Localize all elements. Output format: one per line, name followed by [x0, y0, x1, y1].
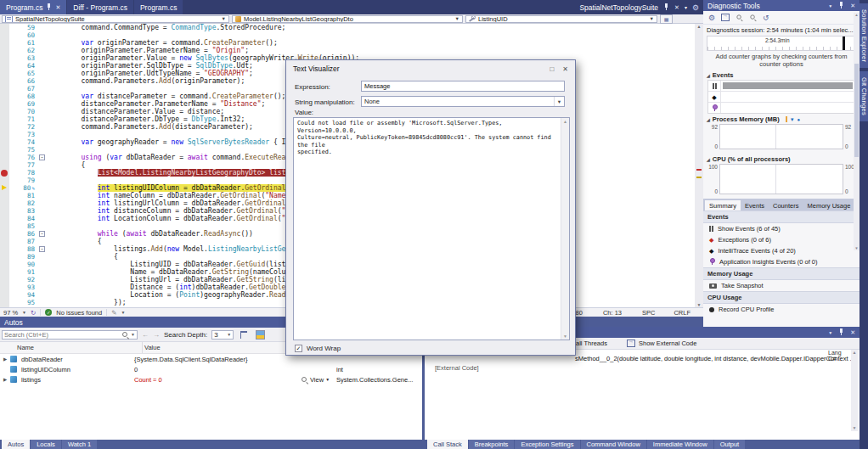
- tab-exception-settings[interactable]: Exception Settings: [515, 440, 579, 449]
- code-line[interactable]: while (await dbDataReader.ReadAsync()): [48, 230, 253, 238]
- dialog-title-bar[interactable]: Text Visualizer □ ✕: [286, 60, 575, 77]
- close-icon[interactable]: ✕: [674, 4, 679, 11]
- scroll-up-icon[interactable]: ▲: [561, 119, 569, 124]
- watch-row[interactable]: ▶listingsCount = 0View▼System.Collection…: [0, 374, 422, 384]
- code-line[interactable]: command.CommandType = CommandType.Stored…: [48, 24, 285, 31]
- tab-command-window[interactable]: Command Window: [581, 440, 646, 449]
- code-line[interactable]: originParameter.SqlDbType = SqlDbType.Ud…: [48, 62, 253, 70]
- close-icon[interactable]: ✕: [55, 4, 60, 11]
- pin-icon[interactable]: [663, 3, 669, 11]
- value-column-header[interactable]: Value: [144, 344, 161, 351]
- fold-collapse-icon[interactable]: −: [39, 246, 45, 252]
- collapse-icon[interactable]: ◢: [707, 73, 710, 78]
- pin-icon[interactable]: [838, 2, 844, 9]
- code-cleanup-icon[interactable]: ✎: [111, 309, 116, 317]
- record-cpu-profile-link[interactable]: Record CPU Profile: [703, 304, 860, 315]
- tab-output[interactable]: Output: [714, 440, 746, 449]
- project-dropdown[interactable]: SpatialNetTopologySuite ▼: [2, 15, 229, 23]
- settings-gear-icon[interactable]: ⚙: [708, 14, 715, 22]
- search-depth-dropdown[interactable]: 3 ▼: [211, 330, 234, 340]
- document-tab[interactable]: Program.cs: [134, 0, 183, 14]
- call-stack-scrollbar[interactable]: ▲▼: [851, 350, 858, 431]
- summary-link[interactable]: Show Events (6 of 45): [703, 223, 860, 234]
- diag-tab-summary[interactable]: Summary: [705, 200, 741, 210]
- code-line[interactable]: originParameter.ParameterName = "Origin"…: [48, 47, 249, 54]
- summary-link[interactable]: Application Insights Events (0 of 0): [703, 256, 860, 267]
- summary-link[interactable]: ◆Exceptions (0 of 6): [703, 234, 860, 245]
- code-line[interactable]: Name = dbDataReader.GetString(nameColumn…: [48, 268, 302, 276]
- variable-value[interactable]: Count = 0: [134, 376, 301, 384]
- search-field[interactable]: [4, 331, 120, 339]
- diag-tab-memory-usage[interactable]: Memory Usage: [803, 200, 854, 210]
- collapse-icon[interactable]: ◢: [707, 117, 710, 122]
- zoom-level-dropdown[interactable]: 97 %: [3, 309, 18, 317]
- diagnostic-tools-title-bar[interactable]: Diagnostic Tools ▼ ✕: [703, 0, 860, 11]
- tab-locals[interactable]: Locals: [31, 440, 61, 449]
- events-section-header[interactable]: ◢ Events: [703, 70, 860, 80]
- scroll-down-icon[interactable]: ▼: [854, 246, 860, 250]
- code-line[interactable]: {: [48, 161, 85, 169]
- back-arrow-icon[interactable]: ←: [142, 331, 149, 339]
- code-line[interactable]: var distanceParameter = command.CreatePa…: [48, 93, 285, 100]
- code-line[interactable]: command.Parameters.Add(distanceParameter…: [48, 123, 253, 131]
- member-dropdown[interactable]: ListingUID ▼: [465, 15, 657, 23]
- chevron-down-icon[interactable]: ▼: [22, 310, 26, 315]
- expand-triangle-icon[interactable]: ▶: [0, 356, 10, 362]
- watch-row[interactable]: listingUIDColumn0int: [0, 364, 422, 374]
- value-text-area[interactable]: Could not load file or assembly 'Microso…: [293, 117, 570, 340]
- fold-collapse-icon[interactable]: −: [39, 231, 45, 237]
- code-line[interactable]: command.Parameters.Add(originParameter);: [48, 77, 245, 85]
- scroll-up-icon[interactable]: ▲: [695, 24, 703, 29]
- tab-immediate-window[interactable]: Immediate Window: [647, 440, 713, 449]
- value-scrollbar[interactable]: ▲ ▼: [561, 118, 569, 340]
- close-icon[interactable]: ✕: [850, 329, 855, 336]
- chevron-down-icon[interactable]: ▼: [325, 377, 330, 382]
- search-icon[interactable]: [121, 331, 129, 339]
- cpu-section-header[interactable]: ◢ CPU (% of all processors): [703, 154, 860, 164]
- gear-icon[interactable]: ⚙: [692, 3, 699, 12]
- pin-icon[interactable]: [838, 328, 844, 336]
- tab-call-stack[interactable]: Call Stack: [427, 440, 468, 449]
- scrollbar-thumb[interactable]: [854, 64, 859, 157]
- type-dropdown[interactable]: Model.ListingNearbyListGeographyDto ▼: [232, 15, 463, 23]
- code-line[interactable]: });: [48, 299, 127, 306]
- name-column-header[interactable]: Name: [17, 344, 34, 351]
- stack-frame-row[interactable]: [External Code]: [425, 363, 849, 373]
- memory-section-header[interactable]: ◢ Process Memory (MB) ▼ ●: [703, 114, 860, 124]
- close-icon[interactable]: ✕: [562, 65, 568, 73]
- chevron-down-icon[interactable]: ▼: [828, 330, 832, 335]
- expand-triangle-icon[interactable]: ▶: [0, 377, 10, 382]
- collapse-icon[interactable]: ◢: [707, 157, 710, 162]
- diagnostics-timeline[interactable]: 2:54.3min: [707, 36, 856, 51]
- timeline-cursor[interactable]: [843, 36, 845, 50]
- tab-autos[interactable]: Autos: [2, 440, 30, 449]
- side-tab-solution-explorer[interactable]: Solution Explorer: [860, 3, 868, 68]
- refresh-icon[interactable]: ↻: [31, 309, 36, 317]
- breakpoint-margin[interactable]: [0, 24, 9, 307]
- breakpoint-icon[interactable]: [1, 170, 8, 177]
- diagnostics-scrollbar[interactable]: ▲ ▼: [854, 13, 860, 250]
- document-tab[interactable]: Diff - Program.cs: [67, 0, 133, 14]
- view-visualizer-button[interactable]: View▼: [301, 376, 336, 384]
- scroll-down-icon[interactable]: ▼: [561, 334, 569, 339]
- no-issues-label[interactable]: No issues found: [56, 309, 102, 317]
- string-manipulation-dropdown[interactable]: None ▼: [361, 96, 565, 107]
- threads-dropdown[interactable]: all Threads: [576, 340, 607, 347]
- word-wrap-checkbox[interactable]: ✓: [295, 345, 302, 352]
- column-splitter[interactable]: [142, 342, 143, 353]
- fold-collapse-icon[interactable]: −: [39, 154, 45, 160]
- magnifier-icon[interactable]: [301, 376, 308, 384]
- document-tab[interactable]: Program.cs✕: [0, 0, 66, 14]
- code-line[interactable]: originParameter.UdtTypeName = "GEOGRAPHY…: [48, 70, 253, 77]
- code-line[interactable]: var originParameter = command.CreatePara…: [48, 39, 278, 47]
- zoom-out-icon[interactable]: [750, 14, 757, 20]
- scroll-up-icon[interactable]: ▲: [854, 13, 860, 17]
- side-tab-git-changes[interactable]: Git Changes: [860, 71, 868, 121]
- chevron-down-icon[interactable]: ▾: [685, 4, 687, 10]
- code-line[interactable]: {: [48, 238, 102, 245]
- tab-breakpoints[interactable]: Breakpoints: [469, 440, 515, 449]
- pin-icon[interactable]: [46, 3, 52, 11]
- chevron-down-icon[interactable]: ▼: [131, 332, 135, 337]
- forward-arrow-icon[interactable]: →: [153, 331, 160, 339]
- expression-field[interactable]: [361, 81, 565, 92]
